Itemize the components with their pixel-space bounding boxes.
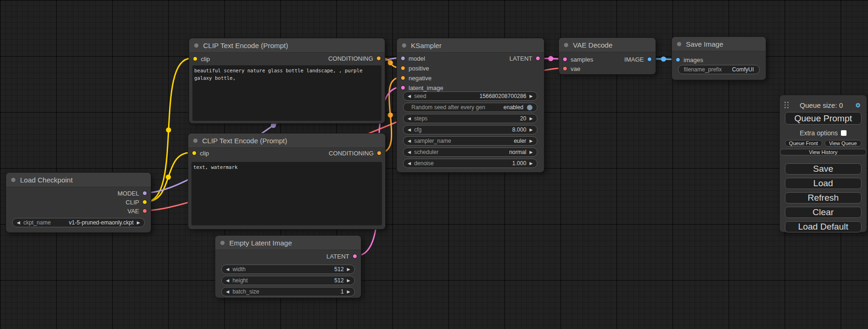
decrement-arrow-icon[interactable]: ◀: [408, 161, 411, 166]
increment-arrow-icon[interactable]: ▶: [529, 117, 533, 121]
collapse-dot-icon[interactable]: [193, 139, 198, 143]
view-queue-button[interactable]: View Queue: [825, 140, 862, 147]
clip-input-port[interactable]: [192, 151, 197, 155]
steps-widget[interactable]: ◀ steps 20 ▶: [403, 114, 537, 123]
vae-input-port[interactable]: [563, 66, 567, 71]
model-output-port[interactable]: [142, 191, 147, 196]
widget-name: sampler_name: [414, 138, 451, 144]
model-input-port[interactable]: [401, 56, 405, 61]
decrement-arrow-icon[interactable]: ◀: [408, 139, 411, 143]
images-input-port[interactable]: [676, 57, 680, 62]
image-output-port[interactable]: [647, 57, 652, 62]
decrement-arrow-icon[interactable]: ◀: [226, 267, 229, 272]
decrement-arrow-icon[interactable]: ◀: [226, 290, 229, 294]
collapse-dot-icon[interactable]: [564, 43, 568, 47]
node-save-image[interactable]: Save Image images filename_prefix ComfyU…: [671, 36, 766, 80]
random-seed-widget[interactable]: Random seed after every gen enabled: [403, 103, 537, 112]
increment-arrow-icon[interactable]: ▶: [137, 221, 140, 225]
seed-widget[interactable]: ◀ seed 156680208700286 ▶: [403, 91, 537, 101]
prompt-text-input[interactable]: beautiful scenery nature glass bottle la…: [192, 65, 381, 121]
batch-size-widget[interactable]: ◀ batch_size 1 ▶: [221, 287, 355, 296]
node-clip-text-encode-positive[interactable]: CLIP Text Encode (Prompt) clip CONDITION…: [189, 38, 385, 124]
increment-arrow-icon[interactable]: ▶: [529, 139, 533, 143]
node-title-bar[interactable]: CLIP Text Encode (Prompt): [189, 38, 385, 53]
view-history-button[interactable]: View History: [780, 149, 867, 155]
load-default-button[interactable]: Load Default: [785, 221, 861, 232]
increment-arrow-icon[interactable]: ▶: [347, 290, 350, 294]
increment-arrow-icon[interactable]: ▶: [529, 128, 533, 132]
widget-name: Random seed after every gen: [411, 104, 485, 111]
latent-image-input-port[interactable]: [401, 85, 405, 90]
decrement-arrow-icon[interactable]: ◀: [408, 117, 411, 121]
widget-name: height: [233, 277, 248, 284]
width-widget[interactable]: ◀ width 512 ▶: [221, 265, 355, 274]
negative-input-label: negative: [409, 75, 431, 82]
filename-prefix-widget[interactable]: filename_prefix ComfyUI: [678, 65, 760, 74]
ckpt-name-widget[interactable]: ◀ ckpt_name v1-5-pruned-emaonly.ckpt ▶: [12, 218, 145, 227]
increment-arrow-icon[interactable]: ▶: [529, 150, 533, 154]
node-title-bar[interactable]: Load Checkpoint: [6, 173, 151, 187]
height-widget[interactable]: ◀ height 512 ▶: [221, 276, 355, 285]
collapse-dot-icon[interactable]: [220, 241, 225, 245]
drag-handle-icon[interactable]: [784, 102, 789, 108]
conditioning-output: CONDITIONING: [328, 54, 385, 63]
node-load-checkpoint[interactable]: Load Checkpoint MODEL CLIP VAE ◀ ckpt_na…: [6, 172, 151, 233]
node-ksampler[interactable]: KSampler model positive negative latent_…: [396, 38, 544, 173]
clip-input-port[interactable]: [193, 56, 198, 61]
scheduler-widget[interactable]: ◀ scheduler normal ▶: [403, 147, 537, 157]
decrement-arrow-icon[interactable]: ◀: [17, 221, 20, 225]
collapse-dot-icon[interactable]: [194, 43, 198, 48]
extra-options-checkbox[interactable]: [841, 130, 847, 136]
node-title-bar[interactable]: VAE Decode: [559, 38, 656, 52]
collapse-dot-icon[interactable]: [11, 178, 15, 182]
node-title: Save Image: [686, 40, 723, 48]
collapse-dot-icon[interactable]: [402, 43, 406, 48]
node-title-bar[interactable]: CLIP Text Encode (Prompt): [188, 133, 385, 148]
node-title: Empty Latent Image: [229, 239, 292, 247]
positive-input-port[interactable]: [401, 66, 405, 70]
load-button[interactable]: Load: [785, 178, 861, 189]
denoise-widget[interactable]: ◀ denoise 1.000 ▶: [403, 159, 537, 168]
widget-value: ComfyUI: [732, 66, 754, 73]
latent-output-port[interactable]: [353, 254, 357, 259]
settings-gear-icon[interactable]: [854, 101, 862, 109]
queue-front-button[interactable]: Queue Front: [785, 140, 822, 147]
decrement-arrow-icon[interactable]: ◀: [408, 128, 411, 132]
conditioning-output-port[interactable]: [377, 151, 381, 155]
clear-button[interactable]: Clear: [785, 207, 861, 218]
increment-arrow-icon[interactable]: ▶: [347, 267, 350, 272]
prompt-text-input[interactable]: text, watermark: [191, 162, 382, 225]
toggle-indicator[interactable]: [527, 105, 533, 111]
node-title-bar[interactable]: Save Image: [672, 37, 766, 51]
negative-input-port[interactable]: [401, 76, 405, 80]
latent-output-label: LATENT: [509, 55, 532, 62]
node-title-bar[interactable]: KSampler: [397, 38, 544, 53]
samples-input-port[interactable]: [563, 57, 567, 62]
comfyui-canvas[interactable]: { "colors": { "model": "#B39DDB", "clip"…: [0, 0, 868, 329]
latent-output-port[interactable]: [536, 56, 540, 61]
refresh-button[interactable]: Refresh: [785, 192, 861, 203]
node-clip-text-encode-negative[interactable]: CLIP Text Encode (Prompt) clip CONDITION…: [188, 133, 386, 230]
decrement-arrow-icon[interactable]: ◀: [408, 94, 411, 98]
collapse-dot-icon[interactable]: [677, 42, 681, 46]
decrement-arrow-icon[interactable]: ◀: [408, 150, 411, 154]
queue-size-label: Queue size: 0: [789, 101, 854, 109]
node-title-bar[interactable]: Empty Latent Image: [215, 236, 361, 250]
increment-arrow-icon[interactable]: ▶: [347, 279, 350, 283]
vae-output-port[interactable]: [142, 209, 147, 213]
clip-output-port[interactable]: [142, 200, 147, 204]
widget-name: seed: [414, 93, 426, 99]
increment-arrow-icon[interactable]: ▶: [529, 161, 533, 166]
queue-prompt-button[interactable]: Queue Prompt: [785, 112, 861, 125]
latent-output: LATENT: [326, 252, 361, 261]
sampler-name-widget[interactable]: ◀ sampler_name euler ▶: [403, 136, 537, 146]
node-empty-latent-image[interactable]: Empty Latent Image LATENT ◀ width 512 ▶ …: [215, 235, 361, 298]
node-vae-decode[interactable]: VAE Decode samples vae IMAGE: [558, 37, 656, 75]
conditioning-output-port[interactable]: [376, 56, 381, 61]
cfg-widget[interactable]: ◀ cfg 8.000 ▶: [403, 125, 537, 134]
save-button[interactable]: Save: [785, 163, 861, 175]
widget-name: denoise: [414, 160, 434, 167]
decrement-arrow-icon[interactable]: ◀: [226, 279, 229, 283]
widget-value: 512: [334, 277, 344, 284]
increment-arrow-icon[interactable]: ▶: [529, 94, 533, 98]
